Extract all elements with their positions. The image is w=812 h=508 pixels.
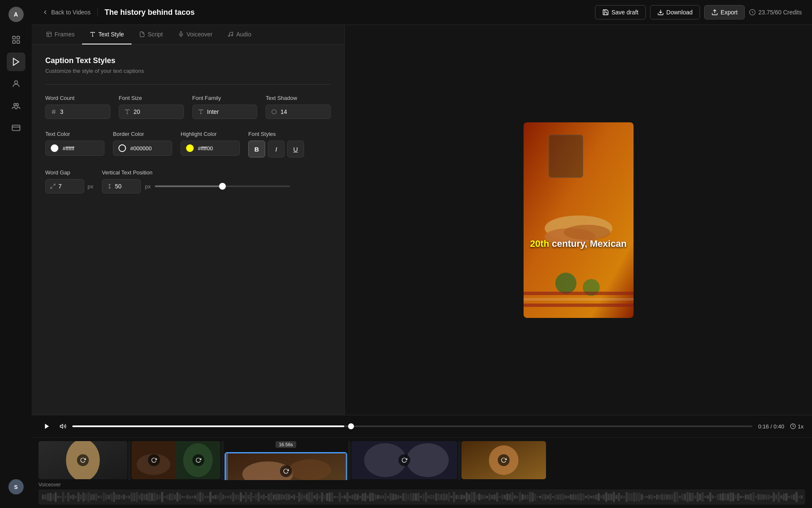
content-area: Frames Text Style Script Voiceover Audio [32,25,812,415]
user-avatar-top[interactable]: A [8,7,24,22]
tab-frames[interactable]: Frames [38,25,82,44]
clip-item-1[interactable] [38,441,127,479]
highlight-color-label: Highlight Color [181,131,240,137]
time-separator: / [771,423,774,430]
section-title: Caption Text Styles [45,56,331,65]
download-button[interactable]: Download [650,5,700,19]
speed-label: 1x [798,423,804,430]
clip-refresh-1[interactable] [77,454,89,466]
svg-line-30 [53,184,55,186]
highlight-color-value: #ffff00 [198,145,213,152]
refresh-icon-2b [195,457,201,463]
waveform-bars [38,489,805,505]
clip-strip: 16.56s [32,438,812,480]
svg-point-29 [272,110,277,114]
text-shadow-field[interactable] [280,108,325,115]
sidebar-item-person[interactable] [7,75,25,93]
back-to-videos-link[interactable]: Back to Videos [42,9,91,16]
progress-bar[interactable] [72,425,752,427]
underline-button[interactable]: U [287,141,304,157]
left-panel: Frames Text Style Script Voiceover Audio [32,25,345,415]
svg-rect-60 [225,453,228,480]
caption-overlay: 20th century, Mexican [524,238,634,249]
sidebar-item-play[interactable] [7,52,25,71]
text-color-swatch[interactable]: #ffffff [45,141,104,156]
text-color-circle [51,144,58,152]
svg-point-19 [228,35,230,37]
font-size-input[interactable] [119,105,184,119]
sidebar-item-grid[interactable] [7,30,25,49]
vertical-position-field[interactable] [115,183,136,190]
highlight-color-circle [186,144,194,152]
tab-voiceover-label: Voiceover [187,31,212,38]
volume-button[interactable] [60,423,66,430]
tab-script[interactable]: Script [132,25,170,44]
svg-rect-39 [524,292,634,295]
sidebar-item-group[interactable] [7,97,25,115]
text-shadow-label: Text Shadow [266,95,331,101]
clip-item-3[interactable] [225,452,347,480]
vertical-position-row: px [102,179,291,193]
play-button[interactable] [40,420,54,433]
italic-button[interactable]: I [268,141,285,157]
clip-item-4[interactable] [351,441,457,479]
save-draft-button[interactable]: Save draft [595,5,646,19]
form-divider [45,84,331,85]
word-gap-group: Word Gap px [45,169,93,193]
text-shadow-input[interactable] [266,105,331,119]
tab-audio[interactable]: Audio [220,25,259,44]
clip-item-2[interactable] [132,441,220,479]
font-styles-label: Font Styles [248,131,304,137]
download-label: Download [667,9,693,16]
preview-image [524,122,634,318]
border-color-swatch[interactable]: #000000 [113,141,172,156]
voiceover-label: Voiceover [38,482,805,488]
shadow-icon [271,109,277,115]
tab-voiceover[interactable]: Voiceover [170,25,220,44]
word-gap-label: Word Gap [45,169,93,176]
vertical-position-input[interactable] [102,179,141,193]
clip-refresh-2a[interactable] [148,454,160,466]
word-gap-field[interactable] [58,183,80,190]
highlight-color-swatch[interactable]: #ffff00 [181,141,240,156]
text-style-icon [90,31,96,37]
volume-icon [60,423,66,430]
back-to-videos-label: Back to Videos [51,9,91,16]
font-size-field[interactable] [134,108,178,115]
tab-text-style[interactable]: Text Style [82,25,132,44]
word-gap-input[interactable] [45,179,84,193]
clip-refresh-2b[interactable] [192,454,204,466]
font-family-input[interactable] [192,105,258,119]
speed-button[interactable]: 1x [790,423,804,430]
progress-fill [72,425,344,427]
user-avatar-bottom[interactable]: S [8,479,24,494]
clip-refresh-4[interactable] [398,454,410,466]
border-color-group: Border Color #000000 [113,131,172,156]
clip-refresh-5[interactable] [498,454,510,466]
sidebar-item-card[interactable] [7,119,25,137]
vertical-position-slider[interactable] [155,185,290,187]
border-color-value: #000000 [130,145,152,152]
refresh-icon-2a [151,457,157,463]
page-title: The history behind tacos [104,8,588,17]
font-family-label: Font Family [192,95,258,101]
tab-script-label: Script [148,31,163,38]
border-color-label: Border Color [113,131,172,137]
clip-separator-2 [221,441,224,480]
font-size-label: Font Size [119,95,184,101]
refresh-icon-5 [501,457,507,463]
export-button[interactable]: Export [704,5,745,19]
text-color-value: #ffffff [63,145,74,152]
credits-value: 23.75/60 Credits [758,9,802,16]
word-count-field[interactable] [60,108,105,115]
topbar-actions: Save draft Download Export 23.75/60 Cred… [595,5,802,19]
tab-frames-label: Frames [55,31,74,38]
clip-refresh-3[interactable] [280,465,292,477]
svg-rect-1 [16,36,19,39]
bold-button[interactable]: B [248,141,265,157]
clip-item-5[interactable] [461,441,546,479]
tab-audio-label: Audio [236,31,251,38]
font-family-field[interactable] [207,108,252,115]
hash-icon [51,109,57,115]
word-count-input[interactable] [45,105,110,119]
